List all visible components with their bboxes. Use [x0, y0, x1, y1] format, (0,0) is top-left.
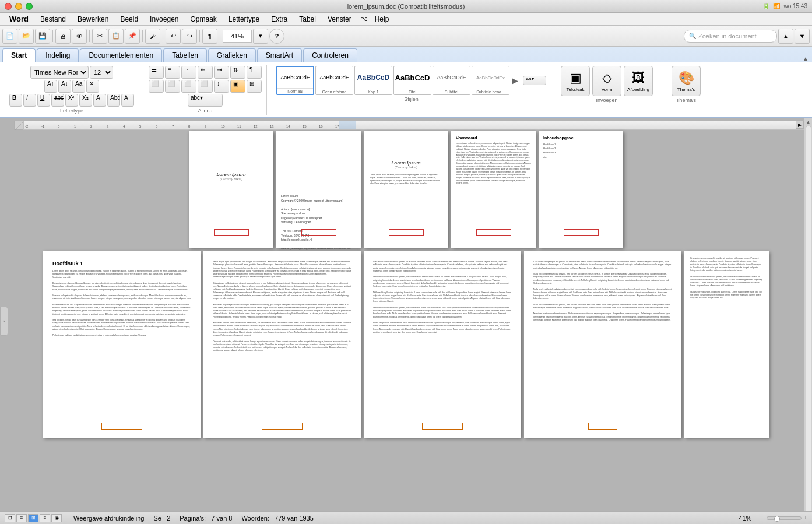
right-expand-btn[interactable]: ▶ [796, 121, 804, 129]
strikethrough-btn[interactable]: abc [51, 94, 64, 107]
zoom-thumb[interactable] [774, 516, 780, 522]
subtiele-preview: AaBbCcDdEx [472, 66, 509, 89]
tab-smartart[interactable]: SmartArt [257, 48, 302, 62]
view-focus-btn[interactable]: ◉ [51, 514, 62, 522]
subscript-btn[interactable]: X₂ [79, 94, 92, 107]
vscrollbar[interactable]: ▲ ▼ [804, 118, 812, 524]
font-name-select[interactable]: Times New Roman [30, 66, 89, 79]
view-draft-btn[interactable]: ≡ [40, 514, 50, 522]
view-print-btn[interactable]: ⊡ [5, 514, 15, 522]
undo-btn[interactable]: ↩ [166, 29, 181, 44]
menu-help[interactable]: Help [370, 14, 394, 24]
zoom-dropdown[interactable]: ▾ [253, 29, 268, 44]
help-circle-btn[interactable]: ? [269, 29, 284, 44]
print-btn[interactable]: 🖨 [55, 29, 71, 44]
border-btn[interactable]: ⊞ [247, 80, 262, 93]
tab-start[interactable]: Start [2, 48, 36, 62]
font-color-btn[interactable]: A [93, 94, 106, 107]
menu-invoegen[interactable]: Invoegen [145, 14, 183, 24]
paste-btn[interactable]: 📌 [125, 29, 140, 44]
menu-lettertype[interactable]: Lettertype [224, 14, 264, 24]
menu-word[interactable]: Word [5, 13, 33, 24]
style-normaal[interactable]: AaBbCcDdE Normaal [276, 66, 314, 95]
nav-up-btn[interactable]: ▲ [778, 29, 793, 44]
afbeelding-btn[interactable]: 🖼 Afbeelding [624, 66, 653, 96]
preview-btn[interactable]: 👁 [72, 29, 87, 44]
zoom-slider[interactable] [767, 516, 802, 520]
vorm-btn[interactable]: ◇ Vorm [592, 66, 621, 96]
pilcrow-btn[interactable]: ¶ [202, 29, 217, 44]
style-subtitel[interactable]: AaBbCcDdE Subtitel [433, 66, 470, 95]
status-section: Se 2 [153, 515, 170, 522]
view-outline-btn[interactable]: ≡ [16, 514, 27, 522]
menu-bestand[interactable]: Bestand [36, 14, 71, 24]
align-right-btn[interactable]: ⬜ [181, 80, 196, 93]
format-btn[interactable]: 🖌 [145, 29, 160, 44]
tab-controleren[interactable]: Controleren [303, 48, 357, 62]
increase-indent-btn[interactable]: ⇥ [214, 66, 229, 79]
tab-documentelementen[interactable]: Documentelementen [80, 48, 162, 62]
multilevel-list-btn[interactable]: ⋮ [181, 66, 196, 79]
tekstvak-btn[interactable]: ▣ Tekstvak [561, 66, 590, 96]
zoom-minus-btn[interactable]: − [761, 515, 764, 521]
line-spacing-btn[interactable]: ↕ [214, 80, 229, 93]
menu-bewerken[interactable]: Bewerken [73, 14, 113, 24]
bold-btn[interactable]: B [9, 94, 22, 107]
minimize-button[interactable] [15, 3, 22, 10]
zoom-plus-btn[interactable]: + [804, 515, 807, 521]
superscript-btn[interactable]: X² [65, 94, 78, 107]
style-kop1[interactable]: AaBbCcD Kop 1 [354, 66, 392, 95]
font-size-select[interactable]: 12 [90, 66, 113, 79]
document-area[interactable]: -2 -1 0 1 2 3 4 5 6 7 8 9 10 11 12 13 14 [0, 118, 812, 524]
copy-btn[interactable]: 📋 [108, 29, 124, 44]
view-layout-btn[interactable]: ⊞ [28, 514, 38, 522]
bullet-list-btn[interactable]: ☰ [149, 66, 164, 79]
style-subtiele[interactable]: AaBbCcDdEx Subtiele bena... [472, 66, 509, 95]
numbered-list-btn[interactable]: ≡ [165, 66, 180, 79]
justify-btn[interactable]: ⬜ [198, 80, 213, 93]
clear-format-btn[interactable]: ✕ [86, 80, 99, 93]
close-button[interactable] [5, 3, 12, 10]
scroll-thumb[interactable] [806, 126, 811, 516]
italic-btn[interactable]: I [23, 94, 36, 107]
grow-font-btn[interactable]: A↑ [44, 80, 57, 93]
styles-expand-btn[interactable]: ▶ [511, 76, 519, 85]
align-center-btn[interactable]: ⬜ [165, 80, 180, 93]
zoom-control[interactable]: − + [761, 515, 807, 521]
font-effect-btn[interactable]: A [121, 94, 134, 107]
decrease-indent-btn[interactable]: ⇤ [198, 66, 213, 79]
ribbon-tabs: Start Indeling Documentelementen Tabelle… [0, 47, 812, 62]
redo-btn[interactable]: ↪ [182, 29, 197, 44]
ribbon-collapse-btn[interactable]: ▲ [802, 55, 810, 62]
cut-btn[interactable]: ✂ [92, 29, 107, 44]
menu-venster[interactable]: Venster [323, 14, 356, 24]
style-change-btn[interactable]: Aa▾ [523, 76, 546, 85]
align-left-btn[interactable]: ⬜ [149, 80, 164, 93]
search-box[interactable]: 🔍 Zoeken in document [684, 30, 777, 43]
tab-grafieken[interactable]: Grafieken [208, 48, 256, 62]
highlight-btn[interactable]: Abc [107, 94, 120, 107]
save-btn[interactable]: 💾 [35, 29, 50, 44]
menu-tabel[interactable]: Tabel [294, 14, 321, 24]
menu-opmaak[interactable]: Opmaak [186, 14, 222, 24]
highlight2-btn[interactable]: abc▾ [188, 94, 223, 107]
nav-down-btn[interactable]: ▼ [795, 29, 810, 44]
style-geen-afstand[interactable]: AaBbCcDdE Geen afstand [315, 66, 353, 95]
style-titel[interactable]: AaBbCcD Titel [393, 66, 431, 95]
menu-beeld[interactable]: Beeld [115, 14, 143, 24]
sort-btn[interactable]: ⇅ [230, 66, 245, 79]
maximize-button[interactable] [26, 3, 33, 10]
left-sidebar-tab[interactable]: 2 [0, 307, 8, 336]
new-btn[interactable]: 📄 [2, 29, 17, 44]
tab-tabellen[interactable]: Tabellen [163, 48, 207, 62]
scroll-up-btn[interactable]: ▲ [806, 119, 811, 125]
font-options-btn[interactable]: Aa [72, 80, 85, 93]
themas-btn[interactable]: 🎨 Thema's [672, 66, 701, 96]
menu-extra[interactable]: Extra [266, 14, 292, 24]
tab-indeling[interactable]: Indeling [37, 48, 79, 62]
pilcrow-para-btn[interactable]: ¶ [247, 66, 262, 79]
underline-btn[interactable]: U [37, 94, 50, 107]
open-btn[interactable]: 📂 [19, 29, 34, 44]
shrink-font-btn[interactable]: A↓ [58, 80, 71, 93]
shading-btn[interactable]: ▣ [230, 80, 245, 93]
